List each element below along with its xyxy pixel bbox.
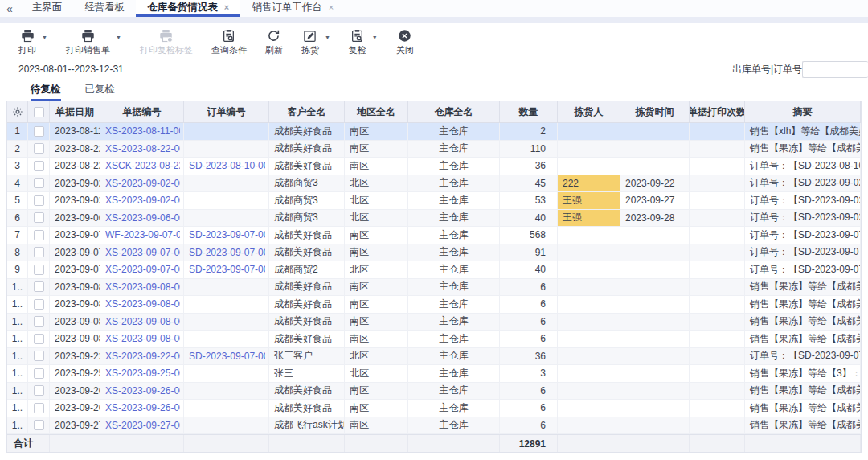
table-row[interactable]: 1..2023-09-08XS-2023-09-08-00024成都美好食品南区… xyxy=(7,279,861,297)
chevron-down-icon[interactable]: ▼ xyxy=(42,35,47,40)
col-header-region[interactable]: 地区全名 xyxy=(345,101,408,122)
cell-warehouse: 主仓库 xyxy=(408,331,500,347)
col-header-date[interactable]: 单据日期 xyxy=(50,101,100,122)
row-checkbox[interactable] xyxy=(34,230,44,240)
col-header-order-no[interactable]: 订单编号 xyxy=(184,101,269,122)
tab-pending-recheck[interactable]: 待复检 xyxy=(31,83,61,101)
doc-no-link[interactable]: XS-2023-09-08-00024 xyxy=(105,281,180,293)
order-no-link[interactable]: SD-2023-09-07-00005 xyxy=(189,351,265,362)
table-row[interactable]: 22023-08-22XS-2023-08-22-00014成都美好食品南区主仓… xyxy=(7,141,861,158)
tab-销售订单工作台[interactable]: 销售订单工作台× xyxy=(240,0,345,17)
doc-no-link[interactable]: XS-2023-09-08-00025 xyxy=(105,298,180,310)
cell-summary: 订单号：【SD-2023-09-07-00009... xyxy=(745,227,861,244)
row-checkbox[interactable] xyxy=(34,281,44,292)
row-checkbox[interactable] xyxy=(34,247,44,257)
doc-no-link[interactable]: XS-2023-09-25-00031 xyxy=(105,368,180,379)
cell-picker xyxy=(558,365,620,382)
col-header-doc-no[interactable]: 单据编号 xyxy=(100,101,184,122)
select-all-checkbox[interactable] xyxy=(34,107,44,117)
row-checkbox[interactable] xyxy=(34,420,44,430)
row-checkbox[interactable] xyxy=(34,161,44,171)
col-header-print-count[interactable]: 单据打印次数 xyxy=(690,101,745,122)
row-checkbox[interactable] xyxy=(34,351,44,361)
row-checkbox[interactable] xyxy=(34,265,44,275)
doc-no-link[interactable]: XS-2023-09-02-00017 xyxy=(105,195,180,206)
doc-no-link[interactable]: XS-2023-09-27-00034 xyxy=(105,420,180,431)
collapse-tabs-icon[interactable]: « xyxy=(6,2,13,15)
table-row[interactable]: 32023-08-22XSCK-2023-08-22-00001SD-2023-… xyxy=(7,158,861,175)
doc-no-link[interactable]: WF-2023-09-07-00003 xyxy=(105,229,180,240)
row-checkbox[interactable] xyxy=(34,299,44,310)
chevron-down-icon[interactable]: ▼ xyxy=(372,35,378,40)
table-row[interactable]: 1..2023-09-08XS-2023-09-08-00027成都美好食品南区… xyxy=(7,331,861,348)
tab-close-icon[interactable]: × xyxy=(329,2,334,12)
doc-no-link[interactable]: XS-2023-09-26-00032 xyxy=(105,385,180,396)
doc-no-link[interactable]: XS-2023-09-07-00023 xyxy=(105,264,180,275)
row-checkbox[interactable] xyxy=(34,316,44,327)
doc-no-link[interactable]: XS-2023-09-02-00016 xyxy=(105,178,180,189)
col-header-pick-time[interactable]: 拣货时间 xyxy=(620,101,690,122)
row-checkbox[interactable] xyxy=(34,385,44,396)
row-checkbox[interactable] xyxy=(34,403,44,413)
tab-主界面[interactable]: 主界面 xyxy=(21,0,74,17)
cell-order-no: SD-2023-09-07-00005 xyxy=(184,348,269,365)
table-row[interactable]: 62023-09-06XS-2023-09-06-00018成都商贸3北区主仓库… xyxy=(7,210,861,228)
doc-no-link[interactable]: XSCK-2023-08-22-00001 xyxy=(105,160,180,171)
table-row[interactable]: 12023-08-11XS-2023-08-11-00013成都美好食品南区主仓… xyxy=(7,123,861,141)
order-no-link[interactable]: SD-2023-08-10-00002 xyxy=(189,160,265,171)
table-row[interactable]: 1..2023-09-26XS-2023-09-26-00032成都美好食品南区… xyxy=(7,383,861,400)
chevron-down-icon[interactable]: ▼ xyxy=(116,35,121,40)
row-checkbox[interactable] xyxy=(34,195,44,206)
row-checkbox[interactable] xyxy=(34,368,44,379)
tab-仓库备货情况表[interactable]: 仓库备货情况表× xyxy=(136,0,240,17)
row-checkbox[interactable] xyxy=(34,143,44,154)
chevron-down-icon[interactable]: ▼ xyxy=(325,35,330,40)
刷新-button[interactable]: 刷新 xyxy=(265,29,283,56)
table-row[interactable]: 1..2023-09-08XS-2023-09-08-00025成都美好食品南区… xyxy=(7,296,861,314)
row-checkbox[interactable] xyxy=(34,334,44,344)
col-header-summary[interactable]: 摘要 xyxy=(745,101,861,122)
col-header-qty[interactable]: 数量 xyxy=(500,101,558,122)
table-row[interactable]: 1..2023-09-22XS-2023-09-22-00030SD-2023-… xyxy=(7,348,861,366)
row-checkbox[interactable] xyxy=(34,212,44,223)
table-row[interactable]: 72023-09-07WF-2023-09-07-00003SD-2023-09… xyxy=(7,227,861,244)
拣货-button[interactable]: 拣货 xyxy=(301,29,319,56)
复检-button[interactable]: 复检 xyxy=(349,29,366,56)
order-no-link[interactable]: SD-2023-09-07-00009 xyxy=(189,229,265,240)
关闭-button[interactable]: 关闭 xyxy=(396,29,414,56)
cell-print-count xyxy=(690,158,745,175)
tab-close-icon[interactable]: × xyxy=(224,2,229,12)
table-row[interactable]: 1..2023-09-08XS-2023-09-08-00026成都美好食品南区… xyxy=(7,314,861,331)
table-row[interactable]: 1..2023-09-26XS-2023-09-26-00033成都美好食品南区… xyxy=(7,400,861,417)
table-row[interactable]: 92023-09-07XS-2023-09-07-00023SD-2023-09… xyxy=(7,261,861,279)
cell-order-no xyxy=(184,314,269,331)
column-settings-button[interactable] xyxy=(7,101,28,122)
tab-done-recheck[interactable]: 已复检 xyxy=(85,83,116,101)
table-row[interactable]: 42023-09-02XS-2023-09-02-00016成都商贸3北区主仓库… xyxy=(7,175,861,193)
row-checkbox[interactable] xyxy=(34,126,44,137)
order-no-link[interactable]: SD-2023-09-07-00014 xyxy=(189,264,265,275)
table-row[interactable]: 1..2023-09-27XS-2023-09-27-00034成都飞行ask计… xyxy=(7,417,861,435)
查询条件-button[interactable]: 查询条件 xyxy=(211,29,247,56)
打印-button[interactable]: 打印 xyxy=(18,29,36,56)
doc-no-link[interactable]: XS-2023-09-07-00022 xyxy=(105,247,180,258)
doc-no-link[interactable]: XS-2023-09-06-00018 xyxy=(105,212,180,224)
order-no-input[interactable] xyxy=(802,61,868,78)
tab-经营看板[interactable]: 经营看板 xyxy=(73,0,136,17)
table-row[interactable]: 1..2023-09-25XS-2023-09-25-00031张三北区主仓库3… xyxy=(7,365,861,383)
doc-no-link[interactable]: XS-2023-09-26-00033 xyxy=(105,402,180,413)
doc-no-link[interactable]: XS-2023-09-08-00026 xyxy=(105,316,180,327)
table-row[interactable]: 82023-09-07XS-2023-09-07-00022SD-2023-09… xyxy=(7,244,861,262)
doc-no-link[interactable]: XS-2023-08-22-00014 xyxy=(105,143,180,154)
col-header-warehouse[interactable]: 仓库全名 xyxy=(408,101,500,122)
order-no-link[interactable]: SD-2023-09-07-00017 xyxy=(189,247,265,258)
doc-no-link[interactable]: XS-2023-08-11-00013 xyxy=(105,125,180,137)
doc-no-link[interactable]: XS-2023-09-22-00030 xyxy=(105,351,180,362)
table-row[interactable]: 52023-09-02XS-2023-09-02-00017成都商贸3北区主仓库… xyxy=(7,192,861,210)
打印销售单-button[interactable]: 打印销售单 xyxy=(66,29,110,56)
doc-no-link[interactable]: XS-2023-09-08-00027 xyxy=(105,333,180,344)
cell-picker xyxy=(558,348,620,365)
row-checkbox[interactable] xyxy=(34,178,44,188)
col-header-picker[interactable]: 拣货人 xyxy=(558,101,620,122)
col-header-customer[interactable]: 客户全名 xyxy=(269,101,345,122)
